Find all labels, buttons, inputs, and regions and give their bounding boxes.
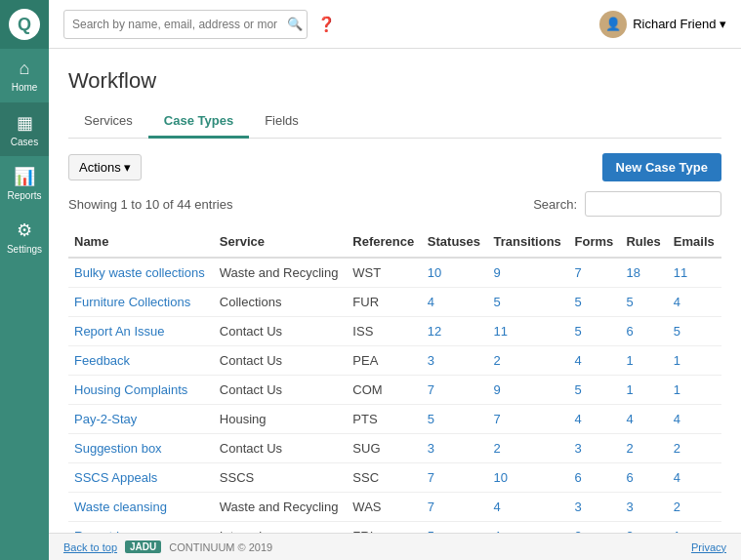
search-input[interactable] [63,10,308,39]
forms-link[interactable]: 3 [575,500,582,514]
case-reference: PEA [347,346,421,376]
col-transitions: Transitions [487,226,568,258]
statuses-link[interactable]: 3 [428,353,434,368]
case-name-link[interactable]: SSCS Appeals [74,470,157,485]
statuses-link[interactable]: 4 [428,295,434,309]
case-service: Contact Us [214,434,348,463]
emails-link[interactable]: 11 [674,265,687,280]
emails-link[interactable]: 2 [674,500,680,514]
sidebar-item-cases[interactable]: ▦ Cases [0,102,49,156]
info-row: Showing 1 to 10 of 44 entries Search: [68,191,721,217]
transitions-link[interactable]: 2 [493,353,500,368]
rules-link[interactable]: 1 [626,382,633,397]
table-row: Suggestion box Contact Us SUG 3 2 3 2 2 [68,434,721,463]
rules-link[interactable]: 6 [626,324,633,339]
emails-link[interactable]: 2 [674,441,680,456]
col-statuses: Statuses [422,226,488,258]
forms-link[interactable]: 7 [575,265,582,280]
table-row: SSCS Appeals SSCS SSC 7 10 6 6 4 [68,463,721,493]
case-name-link[interactable]: Housing Complaints [74,382,187,397]
user-area[interactable]: 👤 Richard Friend ▾ [599,11,726,38]
emails-link[interactable]: 1 [674,353,680,368]
transitions-link[interactable]: 9 [493,382,500,397]
statuses-link[interactable]: 10 [428,265,441,280]
emails-link[interactable]: 4 [674,412,680,426]
rules-link[interactable]: 18 [626,265,639,280]
col-reference: Reference [347,226,421,258]
emails-link[interactable]: 1 [674,382,680,397]
settings-icon: ⚙ [17,220,32,241]
forms-link[interactable]: 5 [575,382,582,397]
statuses-link[interactable]: 7 [428,500,434,514]
case-service: Contact Us [214,317,348,346]
forms-link[interactable]: 3 [575,441,582,456]
statuses-link[interactable]: 5 [428,412,434,426]
emails-link[interactable]: 4 [674,470,680,485]
user-name: Richard Friend ▾ [633,17,726,31]
new-case-type-button[interactable]: New Case Type [602,153,721,181]
forms-link[interactable]: 5 [575,324,582,339]
tab-fields[interactable]: Fields [249,105,314,139]
rules-link[interactable]: 5 [626,295,633,309]
forms-link[interactable]: 4 [575,353,582,368]
rules-link[interactable]: 4 [626,412,633,426]
case-name-link[interactable]: Waste cleansing [74,500,167,514]
statuses-link[interactable]: 7 [428,382,434,397]
footer-logo: JADU [125,540,161,553]
transitions-link[interactable]: 4 [493,500,500,514]
statuses-link[interactable]: 12 [428,324,441,339]
transitions-link[interactable]: 10 [493,470,507,485]
sidebar-item-settings[interactable]: ⚙ Settings [0,210,49,263]
statuses-link[interactable]: 3 [428,441,434,456]
transitions-link[interactable]: 7 [493,412,500,426]
sidebar-item-reports[interactable]: 📊 Reports [0,156,49,210]
tab-case-types[interactable]: Case Types [148,105,249,139]
case-reference: FRI [347,522,421,534]
col-name: Name [68,226,214,258]
rules-link[interactable]: 2 [626,441,633,456]
emails-link[interactable]: 4 [674,295,680,309]
topbar: 🔍 ❓ 👤 Richard Friend ▾ [49,0,741,49]
case-name-link[interactable]: Furniture Collections [74,295,190,309]
rules-link[interactable]: 3 [626,500,633,514]
sidebar-logo[interactable]: Q [0,0,49,49]
case-service: Housing [214,405,348,434]
forms-link[interactable]: 4 [575,412,582,426]
showing-text: Showing 1 to 10 of 44 entries [68,197,232,212]
table-row: Feedback Contact Us PEA 3 2 4 1 1 [68,346,721,376]
case-reference: WAS [347,493,421,522]
case-name-link[interactable]: Feedback [74,353,130,368]
privacy-link[interactable]: Privacy [691,541,726,553]
main-content: 🔍 ❓ 👤 Richard Friend ▾ Workflow Services… [49,0,741,560]
emails-link[interactable]: 5 [674,324,680,339]
actions-button[interactable]: Actions ▾ [68,154,142,180]
case-reference: PTS [347,405,421,434]
statuses-link[interactable]: 7 [428,470,434,485]
back-to-top-link[interactable]: Back to top [63,541,117,553]
table-search-input[interactable] [585,191,721,217]
case-name-link[interactable]: Report An Issue [74,324,165,339]
forms-link[interactable]: 5 [575,295,582,309]
case-name-link[interactable]: Bulky waste collections [74,265,205,280]
case-reference: ISS [347,317,421,346]
tab-services[interactable]: Services [68,105,148,139]
case-name-link[interactable]: Pay-2-Stay [74,412,137,426]
table-row: Waste cleansing Waste and Recycling WAS … [68,493,721,522]
case-service: Contact Us [214,376,348,405]
user-avatar: 👤 [599,11,627,38]
rules-link[interactable]: 6 [626,470,633,485]
transitions-link[interactable]: 2 [493,441,500,456]
case-name-link[interactable]: Suggestion box [74,441,162,456]
sidebar-item-home[interactable]: ⌂ Home [0,49,49,102]
table-row: Furniture Collections Collections FUR 4 … [68,288,721,317]
case-service: SSCS [214,463,348,493]
forms-link[interactable]: 6 [575,470,582,485]
transitions-link[interactable]: 11 [493,324,507,339]
transitions-link[interactable]: 5 [493,295,500,309]
search-box: 🔍 [63,10,308,39]
rules-link[interactable]: 1 [626,353,633,368]
case-reference: FUR [347,288,421,317]
help-icon[interactable]: ❓ [317,16,336,33]
transitions-link[interactable]: 9 [493,265,500,280]
search-button[interactable]: 🔍 [287,17,303,31]
